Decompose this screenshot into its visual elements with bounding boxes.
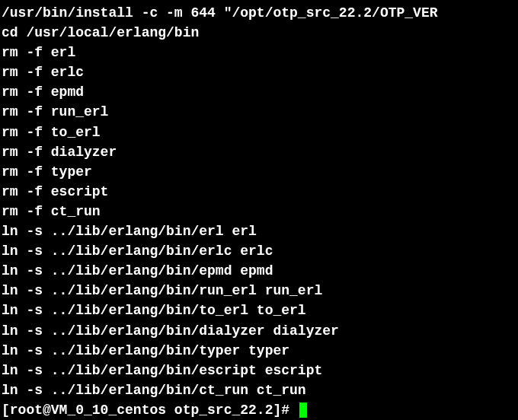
terminal-line: rm -f erl: [2, 43, 516, 62]
terminal-line: rm -f to_erl: [2, 123, 516, 142]
terminal-line: rm -f dialyzer: [2, 142, 516, 162]
cursor-icon: [299, 402, 307, 418]
terminal-line: ln -s ../lib/erlang/bin/ct_run ct_run: [2, 380, 516, 400]
terminal-line: ln -s ../lib/erlang/bin/typer typer: [2, 341, 516, 361]
terminal-line: cd /usr/local/erlang/bin: [2, 23, 516, 43]
terminal-line: rm -f epmd: [2, 82, 516, 102]
terminal-line: rm -f run_erl: [2, 102, 516, 122]
terminal-line: rm -f escript: [2, 182, 516, 202]
terminal-line: rm -f ct_run: [2, 202, 516, 221]
terminal-line: ln -s ../lib/erlang/bin/to_erl to_erl: [2, 301, 516, 320]
terminal-line: rm -f typer: [2, 162, 516, 182]
terminal-prompt: [root@VM_0_10_centos otp_src_22.2]#: [2, 402, 298, 418]
terminal-line: ln -s ../lib/erlang/bin/erl erl: [2, 221, 516, 241]
terminal-line: ln -s ../lib/erlang/bin/escript escript: [2, 361, 516, 380]
terminal-line: ln -s ../lib/erlang/bin/dialyzer dialyze…: [2, 321, 516, 341]
terminal-prompt-line[interactable]: [root@VM_0_10_centos otp_src_22.2]#: [2, 400, 516, 420]
terminal-line: ln -s ../lib/erlang/bin/erlc erlc: [2, 241, 516, 261]
terminal-line: /usr/bin/install -c -m 644 "/opt/otp_src…: [2, 3, 516, 23]
terminal-line: ln -s ../lib/erlang/bin/epmd epmd: [2, 261, 516, 281]
terminal-line: rm -f erlc: [2, 62, 516, 82]
terminal-line: ln -s ../lib/erlang/bin/run_erl run_erl: [2, 281, 516, 301]
terminal-output: /usr/bin/install -c -m 644 "/opt/otp_src…: [2, 3, 516, 420]
